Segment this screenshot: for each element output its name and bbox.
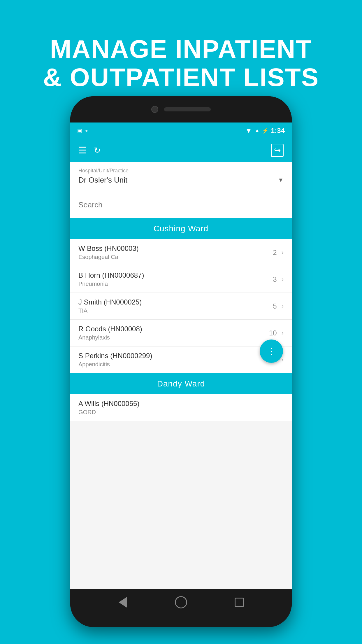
search-input[interactable] [78,198,284,212]
circle-indicator: ● [85,128,88,133]
main-content: Hospital/Unit/Practice Dr Osler's Unit ▼… [70,162,292,421]
patient-right: 2 › [273,249,284,257]
patient-item[interactable]: A Wills (HN000055) GORD [70,394,292,421]
home-icon [175,596,187,608]
chevron-right-icon: › [282,249,284,256]
selector-label: Hospital/Unit/Practice [78,168,284,174]
patient-info: W Boss (HN00003) Esophageal Ca [78,244,273,260]
phone-nav-bar [70,589,292,615]
patient-right: 5 › [273,302,284,310]
room-number: 5 [273,302,277,310]
fab-dots-icon: ⋮ [267,346,276,356]
home-button[interactable] [174,595,188,610]
patient-right: 10 › [269,329,284,337]
back-icon [119,597,127,608]
fab-button[interactable]: ⋮ [260,340,283,363]
battery-icon: ⚡ [262,127,268,134]
chevron-right-icon: › [282,302,284,310]
phone-screen: ▣ ● ▼ ▲ ⚡ 1:34 ☰ ↻ ↪ Hospital/Unit/Pract… [70,123,292,589]
sim-icon: ▣ [77,127,82,134]
menu-button[interactable]: ☰ [78,145,87,156]
back-button[interactable] [115,595,130,610]
patient-diagnosis: Appendicitis [78,361,269,368]
toolbar-left: ☰ ↻ [78,145,101,156]
patient-diagnosis: Esophageal Ca [78,254,273,260]
refresh-button[interactable]: ↻ [94,146,101,155]
search-container [70,192,292,218]
selector-value[interactable]: Dr Osler's Unit ▼ [78,176,284,187]
status-bar: ▣ ● ▼ ▲ ⚡ 1:34 [70,123,292,139]
clock: 1:34 [271,127,285,135]
patient-right: 3 › [273,275,284,284]
app-toolbar: ☰ ↻ ↪ [70,139,292,162]
patient-diagnosis: TIA [78,307,273,314]
patient-item[interactable]: S Perkins (HN0000299) Appendicitis 11 › [70,346,292,373]
patient-info: B Horn (HN0000687) Pneumonia [78,271,273,287]
wifi-icon: ▼ [245,127,252,135]
patient-name: R Goods (HN00008) [78,325,269,333]
patient-info: S Perkins (HN0000299) Appendicitis [78,352,269,368]
cushing-ward-label: Cushing Ward [154,224,208,233]
chevron-right-icon: › [282,329,284,337]
recents-icon [235,598,244,607]
patient-diagnosis: Anaphylaxis [78,334,269,341]
patient-name: A Wills (HN000055) [78,400,279,408]
patient-item[interactable]: R Goods (HN00008) Anaphylaxis 10 › [70,320,292,346]
logout-button[interactable]: ↪ [271,144,284,157]
selected-hospital: Dr Osler's Unit [78,176,127,185]
patient-info: R Goods (HN00008) Anaphylaxis [78,325,269,341]
patient-item[interactable]: B Horn (HN0000687) Pneumonia 3 › [70,266,292,293]
dandy-ward-header: Dandy Ward [70,373,292,394]
phone-frame: ▣ ● ▼ ▲ ⚡ 1:34 ☰ ↻ ↪ Hospital/Unit/Pract… [70,96,292,627]
room-number: 2 [273,249,277,257]
status-right: ▼ ▲ ⚡ 1:34 [245,127,285,135]
header-title: MANAGE INPATIENT & OUTPATIENT LISTS [0,18,362,92]
dropdown-arrow-icon: ▼ [278,177,284,183]
patient-item[interactable]: J Smith (HN000025) TIA 5 › [70,293,292,320]
phone-camera [151,106,158,113]
chevron-right-icon: › [282,276,284,283]
recents-button[interactable] [232,595,247,610]
patient-info: J Smith (HN000025) TIA [78,298,273,314]
cushing-ward-header: Cushing Ward [70,218,292,239]
patient-name: B Horn (HN0000687) [78,271,273,279]
patient-diagnosis: GORD [78,409,279,416]
hospital-selector[interactable]: Hospital/Unit/Practice Dr Osler's Unit ▼ [70,162,292,192]
signal-icon: ▲ [254,127,260,134]
patient-item[interactable]: W Boss (HN00003) Esophageal Ca 2 › [70,239,292,266]
phone-top-bar [70,96,292,123]
room-number: 10 [269,329,277,337]
phone-speaker [164,107,211,111]
patient-info: A Wills (HN000055) GORD [78,400,279,416]
app-header: MANAGE INPATIENT & OUTPATIENT LISTS [0,0,362,92]
patient-name: J Smith (HN000025) [78,298,273,306]
status-left: ▣ ● [77,127,88,134]
patient-name: S Perkins (HN0000299) [78,352,269,360]
patient-diagnosis: Pneumonia [78,281,273,287]
dandy-ward-label: Dandy Ward [157,379,205,388]
room-number: 3 [273,275,277,284]
chevron-right-icon: › [282,356,284,364]
patient-name: W Boss (HN00003) [78,244,273,253]
